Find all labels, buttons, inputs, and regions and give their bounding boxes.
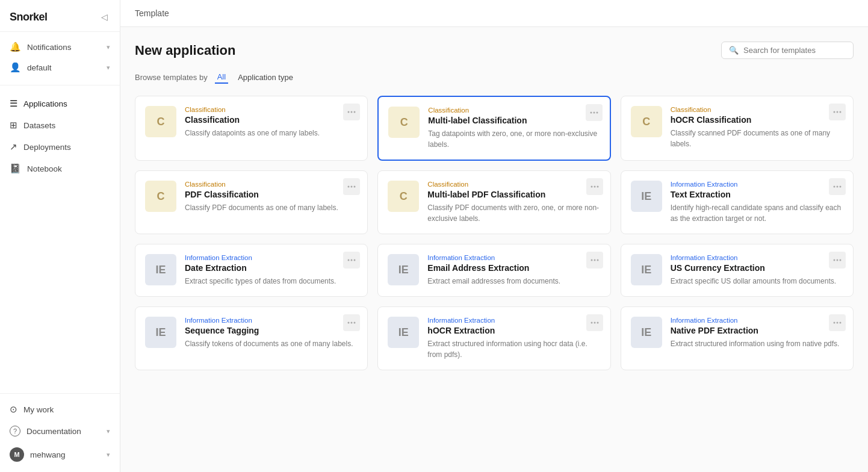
template-category: Information Extraction	[185, 317, 358, 324]
template-info: Information Extraction Native PDF Extrac…	[671, 317, 843, 349]
template-desc: Identify high-recall candidate spans and…	[671, 202, 843, 224]
sidebar-user-label: mehwang	[30, 450, 101, 459]
template-category: Classification	[185, 106, 358, 113]
template-icon: C	[631, 106, 662, 137]
sidebar-notebook-label: Notebook	[27, 164, 62, 173]
template-grid: C Classification Classification Classify…	[135, 96, 854, 370]
page-header: New application 🔍	[135, 42, 854, 59]
svg-point-33	[834, 322, 835, 324]
filter-label: Browse templates by	[135, 73, 208, 82]
svg-point-20	[354, 259, 356, 261]
filter-bar: Browse templates by All Application type	[135, 71, 854, 84]
template-info: Classification Classification Classify d…	[185, 106, 358, 138]
svg-point-2	[354, 111, 356, 113]
applications-icon: ☰	[10, 98, 17, 109]
deployments-icon: ↗	[10, 141, 17, 152]
template-name: Email Address Extraction	[427, 263, 600, 273]
template-options-icon	[586, 314, 603, 331]
my-work-icon: ⊙	[10, 404, 17, 415]
sidebar-item-notebook[interactable]: 📓 Notebook	[0, 158, 120, 179]
sidebar-bottom: ⊙ My work ? Documentation ▾ M mehwang ▾	[0, 393, 120, 472]
user-icon: 👤	[10, 62, 21, 73]
svg-point-17	[840, 186, 842, 188]
template-card-hocr-classification[interactable]: C Classification hOCR Classification Cla…	[621, 96, 854, 161]
template-category: Information Extraction	[427, 317, 600, 324]
template-category: Classification	[185, 181, 358, 188]
template-card-date-extraction[interactable]: IE Information Extraction Date Extractio…	[135, 244, 368, 297]
template-desc: Extract specific US dollar amounts from …	[671, 276, 843, 287]
template-options-icon	[829, 104, 846, 120]
sidebar-applications-label: Applications	[23, 99, 67, 108]
sidebar-datasets-label: Datasets	[23, 121, 55, 130]
svg-point-1	[351, 111, 353, 113]
sidebar-item-deployments[interactable]: ↗ Deployments	[0, 136, 120, 158]
sidebar-header: Snorkel ◁	[0, 0, 120, 32]
sidebar-item-notifications[interactable]: 🔔 Notifications ▾	[0, 37, 120, 57]
template-desc: Extract structured information using fro…	[671, 338, 843, 349]
svg-point-27	[348, 322, 350, 324]
svg-point-32	[597, 322, 598, 324]
template-category: Information Extraction	[671, 317, 843, 324]
template-category: Information Extraction	[671, 181, 843, 188]
main-content-area: Template New application 🔍 Browse templa…	[120, 0, 868, 472]
svg-point-19	[351, 259, 353, 261]
svg-point-31	[594, 322, 595, 324]
template-name: Classification	[185, 115, 358, 125]
sidebar-item-my-work[interactable]: ⊙ My work	[0, 399, 120, 420]
search-box[interactable]: 🔍	[721, 42, 854, 59]
search-icon: 🔍	[729, 46, 739, 55]
search-input[interactable]	[743, 46, 846, 55]
sidebar-item-applications[interactable]: ☰ Applications	[0, 93, 120, 114]
template-info: Information Extraction Email Address Ext…	[427, 254, 600, 287]
svg-point-11	[354, 186, 356, 188]
main-content: New application 🔍 Browse templates by Al…	[120, 27, 868, 472]
template-card-classification[interactable]: C Classification Classification Classify…	[135, 96, 368, 161]
template-card-multi-label-pdf-classification[interactable]: C Classification Multi-label PDF Classif…	[377, 170, 610, 234]
template-icon: C	[388, 181, 419, 212]
sidebar-item-documentation[interactable]: ? Documentation ▾	[0, 420, 120, 442]
svg-point-26	[840, 259, 842, 261]
svg-point-25	[837, 259, 839, 261]
template-name: hOCR Classification	[671, 115, 843, 125]
template-card-text-extraction[interactable]: IE Information Extraction Text Extractio…	[621, 170, 854, 234]
template-name: US Currency Extraction	[671, 263, 843, 273]
filter-tab-all[interactable]: All	[215, 71, 228, 84]
template-options-icon	[829, 252, 846, 269]
template-desc: Extract email addresses from documents.	[427, 276, 600, 287]
svg-point-28	[351, 322, 353, 324]
template-card-native-pdf-extraction[interactable]: IE Information Extraction Native PDF Ext…	[621, 306, 854, 370]
template-name: PDF Classification	[185, 190, 358, 199]
template-options-icon	[343, 314, 360, 331]
sidebar-notifications-label: Notifications	[27, 43, 101, 52]
sidebar-item-datasets[interactable]: ⊞ Datasets	[0, 114, 120, 136]
template-card-us-currency-extraction[interactable]: IE Information Extraction US Currency Ex…	[621, 244, 854, 297]
template-name: Date Extraction	[185, 263, 358, 273]
svg-point-7	[837, 111, 839, 113]
svg-point-9	[348, 186, 350, 188]
template-icon: C	[145, 106, 176, 137]
sidebar: Snorkel ◁ 🔔 Notifications ▾ 👤 default ▾ …	[0, 0, 120, 472]
template-card-sequence-tagging[interactable]: IE Information Extraction Sequence Taggi…	[135, 306, 368, 370]
template-info: Information Extraction Text Extraction I…	[671, 181, 843, 224]
page-title: New application	[135, 43, 235, 58]
template-card-multi-label-classification[interactable]: C Classification Multi-label Classificat…	[377, 96, 610, 161]
logo: Snorkel	[10, 11, 48, 23]
template-category: Information Extraction	[185, 254, 358, 261]
template-icon: C	[145, 181, 176, 212]
svg-point-24	[834, 259, 835, 261]
filter-tab-application-type[interactable]: Application type	[235, 72, 296, 83]
template-card-hocr-extraction[interactable]: IE Information Extraction hOCR Extractio…	[377, 306, 610, 370]
template-desc: Extract specific types of dates from doc…	[185, 276, 358, 287]
template-name: Sequence Tagging	[185, 326, 358, 335]
template-desc: Tag datapoints with zero, one, or more n…	[428, 128, 600, 150]
template-name: hOCR Extraction	[427, 326, 600, 335]
template-options-icon	[586, 252, 603, 269]
svg-point-21	[591, 259, 592, 261]
template-card-email-address-extraction[interactable]: IE Information Extraction Email Address …	[377, 244, 610, 297]
sidebar-item-user[interactable]: M mehwang ▾	[0, 442, 120, 467]
sidebar-item-default[interactable]: 👤 default ▾	[0, 57, 120, 78]
collapse-button[interactable]: ◁	[99, 10, 110, 24]
chevron-down-icon: ▾	[107, 451, 110, 459]
template-card-pdf-classification[interactable]: C Classification PDF Classification Clas…	[135, 170, 368, 234]
template-icon: IE	[388, 317, 419, 348]
